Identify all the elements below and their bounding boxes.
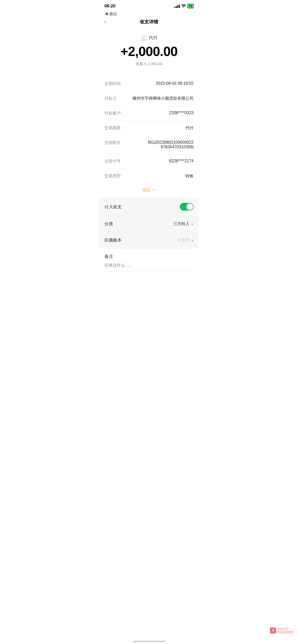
value-time: 2023-08-02 06:19:02: [130, 81, 194, 86]
detail-row-account: 付款账户 2208****0323: [104, 106, 194, 121]
detail-row-card: 交易卡号 6228****2174: [104, 154, 194, 169]
include-toggle[interactable]: [180, 203, 194, 211]
value-summary: 代付: [130, 125, 194, 131]
category-label: 分类: [104, 221, 113, 227]
include-label: 计入收支: [104, 204, 122, 210]
back-icon: ‹: [104, 19, 106, 24]
transaction-balance: 余额 ¥ 2,000.00: [136, 62, 162, 66]
notes-label: 备注: [104, 254, 194, 259]
label-account: 付款账户: [104, 111, 125, 116]
settings-section: 计入收支 分类 三方转入 ∨ 归属账本 请选择 ∨: [99, 198, 199, 248]
transaction-type-row: 🧾 代付: [141, 35, 157, 41]
page-title: 收支详情: [140, 19, 158, 25]
account-chevron-icon: ∨: [191, 238, 194, 242]
label-time: 交易时间: [104, 81, 125, 86]
back-app-bar: ◀ 微信: [99, 11, 199, 17]
account-row[interactable]: 归属账本 请选择 ∨: [104, 232, 194, 248]
battery-indicator: 72: [187, 4, 194, 8]
transaction-type-label: 代付: [149, 35, 157, 41]
value-type: 转账: [130, 173, 194, 179]
value-remark: NG|2023080210000002287635470310306|: [130, 140, 194, 149]
status-bar: 06:20 72: [99, 0, 199, 11]
detail-row-remark: 交易附言 NG|2023080210000002287635470310306|: [104, 136, 194, 154]
category-value: 三方转入: [173, 221, 189, 227]
notes-section: 备注: [99, 248, 199, 272]
chevron-down-icon: ∨: [191, 222, 194, 226]
collapse-button[interactable]: 收起 ∧: [99, 183, 199, 198]
collapse-label: 收起 ∧: [143, 187, 155, 193]
category-row[interactable]: 分类 三方转入 ∨: [104, 216, 194, 232]
account-placeholder: 请选择: [177, 238, 189, 243]
toggle-track: [180, 203, 194, 211]
label-type: 交易类型: [104, 173, 125, 179]
category-value-row: 三方转入 ∨: [173, 221, 194, 227]
detail-section: 交易时间 2023-08-02 06:19:02 付款方 赣州市宇商网络小额贷款…: [99, 77, 199, 183]
account-value-row: 请选择 ∨: [177, 238, 194, 243]
value-card: 6228****2174: [130, 159, 194, 163]
label-remark: 交易附言: [104, 140, 125, 145]
status-time: 06:20: [104, 4, 115, 9]
back-app-label[interactable]: ◀ 微信: [104, 12, 117, 16]
notes-input[interactable]: [104, 263, 194, 272]
back-button[interactable]: ‹: [104, 19, 106, 24]
transaction-header: 🧾 代付 +2,000.00 余额 ¥ 2,000.00: [99, 27, 199, 77]
value-account: 2208****0323: [130, 111, 194, 115]
account-label: 归属账本: [104, 237, 122, 243]
label-payer: 付款方: [104, 96, 125, 101]
toggle-thumb: [186, 203, 193, 210]
transaction-amount: +2,000.00: [120, 44, 178, 59]
detail-row-summary: 交易摘要 代付: [104, 121, 194, 136]
status-icons: 72: [174, 4, 194, 8]
label-card: 交易卡号: [104, 159, 125, 164]
nav-bar: ‹ 收支详情: [99, 17, 199, 27]
detail-row-type: 交易类型 转账: [104, 169, 194, 183]
signal-icon: [174, 5, 180, 8]
transaction-type-icon: 🧾: [141, 35, 147, 41]
wifi-icon: [181, 4, 186, 8]
include-accounting-row: 计入收支: [104, 198, 194, 216]
detail-row-payer: 付款方 赣州市宇商网络小额贷款有限公司: [104, 91, 194, 106]
label-summary: 交易摘要: [104, 125, 125, 131]
value-payer: 赣州市宇商网络小额贷款有限公司: [130, 96, 194, 101]
detail-row-time: 交易时间 2023-08-02 06:19:02: [104, 77, 194, 91]
